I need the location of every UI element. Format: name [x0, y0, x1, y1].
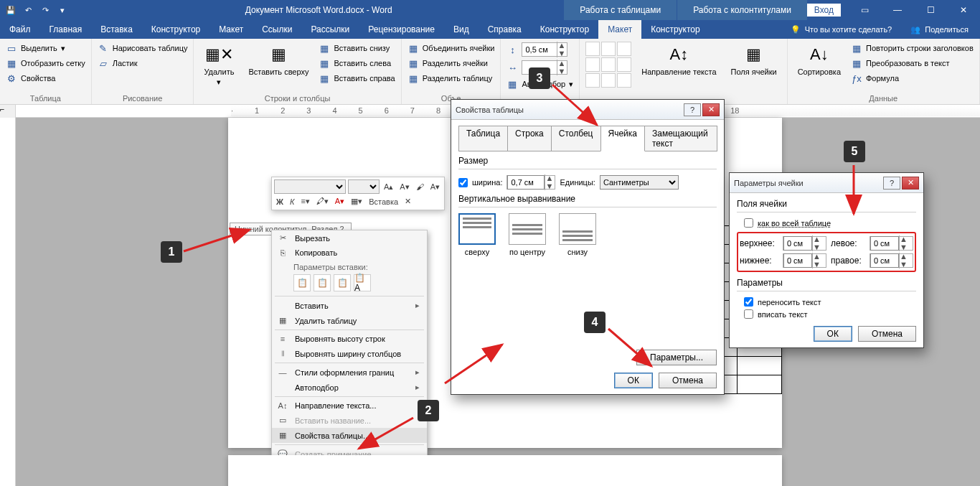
mini-italic[interactable]: К — [288, 196, 296, 207]
share-button[interactable]: 👥 Поделиться — [910, 25, 969, 34]
tab-design[interactable]: Конструктор — [142, 20, 209, 39]
tab-references[interactable]: Ссылки — [253, 20, 301, 39]
dlg2-fit-check[interactable]: вписать текст — [744, 309, 916, 319]
paste-opt-3[interactable]: 📋 — [334, 274, 351, 291]
dlg1-ok-button[interactable]: ОК — [614, 373, 653, 388]
dlg1-tab-row[interactable]: Строка — [507, 126, 552, 151]
ctx-border-styles[interactable]: —Стили оформления границ — [272, 365, 427, 380]
dlg1-width-input[interactable]: ▲▼ — [507, 175, 555, 190]
formula-button[interactable]: ƒxФормула — [851, 72, 974, 85]
tab-home[interactable]: Главная — [40, 20, 92, 39]
dlg1-close-icon[interactable]: ✕ — [702, 103, 720, 116]
mini-growfont-icon[interactable]: A▴ — [382, 181, 395, 193]
splittable-button[interactable]: ▦Разделить таблицу — [407, 72, 495, 85]
mini-border-icon[interactable]: ▦▾ — [349, 195, 364, 207]
merge-button[interactable]: ▦Объединить ячейки — [407, 42, 495, 55]
dlg2-help-icon[interactable]: ? — [883, 177, 900, 190]
paste-opt-1[interactable]: 📋 — [293, 274, 311, 291]
paste-opt-4[interactable]: 📋A — [354, 274, 371, 291]
dlg1-width-check[interactable]: ширина: — [458, 178, 502, 187]
dlg1-tab-alt[interactable]: Замещающий текст — [644, 126, 717, 151]
dlg1-help-icon[interactable]: ? — [684, 103, 701, 116]
tab-view[interactable]: Вид — [444, 20, 479, 39]
ruler-vertical[interactable] — [0, 118, 16, 486]
mini-styles-icon[interactable]: A▾ — [428, 181, 442, 193]
tab-mailings[interactable]: Рассылки — [301, 20, 359, 39]
dlg1-units-select[interactable]: Сантиметры — [600, 175, 679, 190]
mini-size[interactable] — [348, 179, 380, 194]
repeat-header-button[interactable]: ▦Повторить строки заголовков — [851, 42, 974, 55]
mini-shrinkfont-icon[interactable]: A▾ — [397, 181, 411, 193]
sort-button[interactable]: A↓Сортировка — [793, 42, 845, 78]
mini-delete-icon[interactable]: ✕ — [402, 195, 413, 207]
tab-review[interactable]: Рецензирование — [359, 20, 444, 39]
ctx-autofit[interactable]: Автоподбор — [272, 380, 427, 395]
ctx-textdir[interactable]: A↕Направление текста... — [272, 398, 427, 413]
mini-formatpainter-icon[interactable]: 🖌 — [414, 181, 426, 192]
close-icon[interactable]: ✕ — [947, 0, 980, 20]
ctx-copy[interactable]: ⎘Копировать — [272, 246, 427, 260]
insert-below-button[interactable]: ▦Вставить снизу — [319, 42, 395, 55]
ctx-delete-table[interactable]: ▦Удалить таблицу — [272, 313, 427, 328]
dlg1-cancel-button[interactable]: Отмена — [659, 373, 717, 388]
redo-icon[interactable]: ↷ — [39, 4, 52, 17]
tell-me-search[interactable]: 💡 Что вы хотите сделать? — [791, 25, 892, 34]
drawtable-button[interactable]: ✎Нарисовать таблицу — [98, 42, 188, 55]
tab-file[interactable]: Файл — [0, 20, 40, 39]
dlg2-bottom-input[interactable]: ▲▼ — [783, 253, 826, 268]
mini-highlight-icon[interactable]: 🖍▾ — [314, 195, 331, 207]
dlg2-top-input[interactable]: ▲▼ — [783, 236, 826, 251]
dlg2-wrap-check[interactable]: переносить текст — [744, 297, 916, 307]
textdir-button[interactable]: A↕Направление текста — [637, 42, 720, 78]
tab-ctx-design[interactable]: Конструктор — [531, 20, 598, 39]
minimize-icon[interactable]: — — [881, 0, 914, 20]
tab-ctx-layout[interactable]: Макет — [598, 20, 641, 39]
mini-bold[interactable]: Ж — [274, 196, 286, 207]
mini-fontcolor-icon[interactable]: A▾ — [333, 195, 347, 207]
ctx-insert[interactable]: Вставить — [272, 298, 427, 313]
ctx-cut[interactable]: ✂Вырезать — [272, 230, 427, 246]
select-button[interactable]: ▭Выделить ▾ — [6, 42, 85, 55]
mini-font[interactable] — [274, 179, 346, 194]
paste-opt-2[interactable]: 📋 — [314, 274, 331, 291]
dlg1-titlebar[interactable]: Свойства таблицы ?✕ — [451, 100, 724, 120]
tab-layout[interactable]: Макет — [209, 20, 253, 39]
row-height[interactable]: ↕▲▼ — [507, 42, 573, 57]
tab-help[interactable]: Справка — [479, 20, 531, 39]
cellmargins-button[interactable]: ▦Поля ячейки — [727, 42, 781, 78]
dlg1-valign-top[interactable]: сверху — [458, 213, 496, 256]
qa-customize-icon[interactable]: ▾ — [56, 4, 69, 17]
dlg2-cancel-button[interactable]: Отмена — [858, 326, 916, 342]
dlg2-right-input[interactable]: ▲▼ — [870, 253, 913, 268]
dlg1-valign-bottom[interactable]: снизу — [559, 213, 596, 256]
save-icon[interactable]: 💾 — [4, 4, 17, 17]
dlg1-options-button[interactable]: Параметры... — [636, 350, 717, 365]
dlg2-close-icon[interactable]: ✕ — [902, 177, 919, 190]
dlg1-tab-column[interactable]: Столбец — [551, 126, 601, 151]
dlg1-tab-cell[interactable]: Ячейка — [600, 126, 645, 151]
mini-insert[interactable]: Вставка — [367, 196, 400, 207]
login-button[interactable]: Вход — [807, 4, 841, 17]
dlg2-same-check[interactable]: как во всей таблице — [744, 218, 916, 228]
dlg2-ok-button[interactable]: ОК — [814, 326, 852, 342]
ctx-dist-cols[interactable]: ⦀Выровнять ширину столбцов — [272, 346, 427, 361]
convert-button[interactable]: ▦Преобразовать в текст — [851, 57, 974, 70]
eraser-button[interactable]: ▱Ластик — [98, 57, 188, 70]
properties-button[interactable]: ⚙Свойства — [6, 72, 85, 85]
mini-aligncenter-icon[interactable]: ≡▾ — [298, 195, 311, 207]
insert-right-button[interactable]: ▦Вставить справа — [319, 72, 395, 85]
dlg2-titlebar[interactable]: Параметры ячейки ?✕ — [730, 173, 923, 193]
insert-left-button[interactable]: ▦Вставить слева — [319, 57, 395, 70]
ctx-table-properties[interactable]: ▦Свойства таблицы... — [272, 428, 427, 443]
ctx-dist-rows[interactable]: ≡Выровнять высоту строк — [272, 332, 427, 346]
insert-above-button[interactable]: ▦Вставить сверху — [244, 42, 313, 78]
tab-insert[interactable]: Вставка — [91, 20, 142, 39]
undo-icon[interactable]: ↶ — [22, 4, 34, 17]
maximize-icon[interactable]: ☐ — [914, 0, 947, 20]
delete-button[interactable]: ▦✕Удалить▾ — [199, 42, 238, 88]
dlg1-tab-table[interactable]: Таблица — [458, 126, 508, 151]
dlg1-valign-center[interactable]: по центру — [509, 213, 546, 256]
splitcells-button[interactable]: ▦Разделить ячейки — [407, 57, 495, 70]
viewgrid-button[interactable]: ▦Отобразить сетку — [6, 57, 85, 70]
dlg2-left-input[interactable]: ▲▼ — [870, 236, 913, 251]
